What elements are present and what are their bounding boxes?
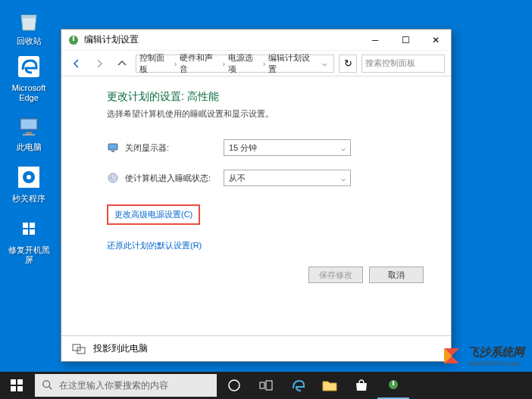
- edge-icon: [15, 53, 42, 80]
- breadcrumb-item[interactable]: 硬件和声音: [180, 52, 219, 75]
- content-area: 更改计划的设置: 高性能 选择希望计算机使用的睡眠设置和显示设置。 关闭显示器:…: [61, 76, 451, 335]
- forward-button[interactable]: [90, 55, 108, 73]
- recycle-bin-icon: [15, 6, 42, 33]
- taskbar-store[interactable]: [346, 372, 377, 399]
- desktop-icon-this-pc[interactable]: 此电脑: [6, 112, 52, 152]
- svg-rect-30: [393, 381, 394, 385]
- window-title: 编辑计划设置: [84, 33, 360, 46]
- navbar: 控制面板 › 硬件和声音 › 电源选项 › 编辑计划设置 ⌵ ↻ 搜索控制面板: [61, 51, 451, 76]
- minimize-button[interactable]: ─: [360, 30, 390, 51]
- display-off-select[interactable]: 15 分钟: [224, 139, 351, 156]
- refresh-button[interactable]: ↻: [339, 55, 357, 73]
- svg-rect-21: [17, 379, 23, 385]
- svg-rect-2: [21, 120, 36, 129]
- restore-defaults-link[interactable]: 还原此计划的默认设置(R): [107, 240, 424, 251]
- project-icon: [72, 344, 86, 354]
- setting-label: 使计算机进入睡眠状态:: [125, 173, 224, 184]
- taskbar-explorer[interactable]: [314, 372, 346, 399]
- start-button[interactable]: [0, 372, 33, 399]
- setting-sleep: 使计算机进入睡眠状态: 从不: [107, 170, 424, 186]
- breadcrumb-item[interactable]: 编辑计划设置: [268, 52, 316, 75]
- svg-rect-10: [30, 223, 35, 228]
- taskbar-cortana[interactable]: [218, 372, 250, 399]
- taskbar-taskview[interactable]: [250, 372, 282, 399]
- desktop-icon-app2[interactable]: 修复开机黑屏: [6, 215, 52, 265]
- watermark-logo-icon: [440, 344, 463, 367]
- setting-display-off: 关闭显示器: 15 分钟: [107, 139, 424, 156]
- breadcrumb-item[interactable]: 控制面板: [139, 52, 171, 75]
- back-button[interactable]: [67, 55, 86, 73]
- page-subtitle: 选择希望计算机使用的睡眠设置和显示设置。: [107, 108, 424, 120]
- advanced-settings-link[interactable]: 更改高级电源设置(C): [107, 204, 200, 225]
- repair-icon: [15, 215, 42, 242]
- maximize-button[interactable]: ☐: [390, 30, 421, 51]
- svg-rect-27: [260, 382, 264, 388]
- control-panel-window: 编辑计划设置 ─ ☐ ✕ 控制面板 › 硬件和声音 › 电源选项 › 编辑计划设…: [61, 29, 452, 362]
- desktop-icon-edge[interactable]: Microsoft Edge: [6, 53, 52, 103]
- svg-rect-12: [30, 229, 35, 235]
- svg-point-26: [229, 380, 239, 391]
- search-input[interactable]: 搜索控制面板: [361, 55, 445, 73]
- monitor-icon: [107, 142, 119, 154]
- up-button[interactable]: [113, 55, 131, 73]
- svg-line-25: [49, 387, 52, 390]
- desktop-icon-recycle[interactable]: 回收站: [6, 6, 52, 46]
- watermark: 飞沙系统网 www.fs0745.com: [440, 344, 524, 367]
- svg-rect-20: [11, 379, 16, 385]
- svg-rect-9: [23, 223, 28, 228]
- svg-rect-23: [17, 386, 23, 391]
- svg-point-7: [27, 175, 31, 179]
- power-options-icon: [67, 34, 80, 46]
- close-button[interactable]: ✕: [421, 30, 451, 51]
- setting-label: 关闭显示器:: [125, 142, 224, 154]
- sleep-select[interactable]: 从不: [224, 170, 351, 186]
- svg-rect-22: [11, 386, 16, 391]
- titlebar: 编辑计划设置 ─ ☐ ✕: [61, 30, 451, 51]
- svg-rect-8: [20, 220, 38, 238]
- windows-icon: [11, 379, 23, 391]
- desktop-icon-app1[interactable]: 秒关程序: [6, 164, 52, 204]
- svg-rect-3: [26, 132, 32, 134]
- taskbar: 在这里输入你要搜索的内容: [0, 372, 532, 399]
- save-button: 保存修改: [308, 267, 363, 283]
- svg-rect-14: [73, 36, 74, 41]
- svg-rect-15: [108, 144, 117, 150]
- svg-rect-28: [266, 381, 272, 390]
- search-icon: [42, 380, 53, 391]
- taskbar-control-panel[interactable]: [377, 372, 409, 399]
- svg-rect-11: [23, 229, 28, 235]
- computer-icon: [15, 112, 42, 139]
- taskbar-edge[interactable]: [282, 372, 314, 399]
- svg-point-24: [43, 381, 50, 388]
- svg-point-17: [108, 173, 117, 182]
- breadcrumb-dropdown[interactable]: ⌵: [319, 58, 330, 68]
- svg-rect-4: [23, 134, 35, 136]
- taskbar-search[interactable]: 在这里输入你要搜索的内容: [35, 374, 217, 397]
- breadcrumb[interactable]: 控制面板 › 硬件和声音 › 电源选项 › 编辑计划设置 ⌵: [136, 55, 334, 73]
- moon-icon: [107, 172, 119, 184]
- page-title: 更改计划的设置: 高性能: [107, 90, 424, 104]
- gear-icon: [15, 164, 42, 191]
- breadcrumb-item[interactable]: 电源选项: [228, 52, 260, 75]
- svg-rect-16: [111, 151, 114, 152]
- cancel-button[interactable]: 取消: [369, 267, 424, 283]
- project-panel[interactable]: 投影到此电脑: [61, 335, 451, 361]
